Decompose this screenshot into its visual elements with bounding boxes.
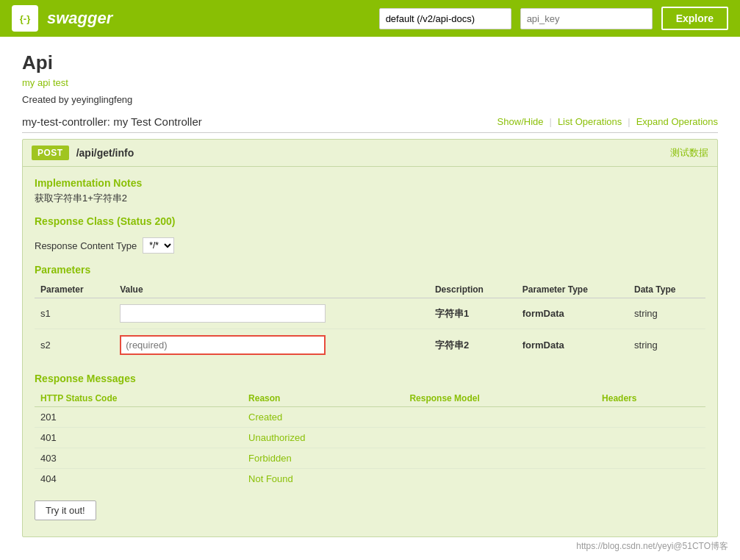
swagger-title: swagger	[47, 9, 112, 28]
api-key-input[interactable]	[520, 8, 653, 29]
response-status-code: 403	[35, 448, 243, 469]
explore-button[interactable]: Explore	[661, 7, 728, 30]
response-model	[403, 428, 596, 448]
content-type-row: Response Content Type */*	[35, 237, 705, 254]
response-reason-link[interactable]: Not Found	[248, 473, 293, 484]
content-type-label: Response Content Type	[35, 240, 137, 251]
implementation-notes-title: Implementation Notes	[35, 177, 705, 189]
endpoint-test-link[interactable]: 测试数据	[670, 146, 708, 159]
col-response-model: Response Model	[403, 390, 596, 407]
response-model	[403, 407, 596, 428]
controller-name: my-test-controller	[22, 115, 107, 128]
col-description: Description	[429, 281, 517, 298]
response-model	[403, 448, 596, 469]
response-headers	[596, 448, 705, 469]
response-status-code: 401	[35, 428, 243, 448]
response-headers	[596, 407, 705, 428]
param-name: s1	[35, 298, 114, 329]
col-reason: Reason	[243, 390, 403, 407]
response-headers	[596, 469, 705, 489]
table-row: 401Unauthorized	[35, 428, 705, 448]
content-type-select[interactable]: */*	[143, 237, 174, 254]
col-value: Value	[114, 281, 429, 298]
list-operations-link[interactable]: List Operations	[558, 116, 622, 127]
controller-actions: Show/Hide | List Operations | Expand Ope…	[497, 116, 718, 127]
implementation-notes-desc: 获取字符串1+字符串2	[35, 192, 705, 205]
expand-operations-link[interactable]: Expand Operations	[636, 116, 718, 127]
endpoint-block: POST /api/get/info 测试数据 Implementation N…	[22, 139, 718, 537]
response-reason-link[interactable]: Unauthorized	[248, 432, 305, 443]
page-subtitle: my api test	[22, 77, 718, 88]
parameters-table: Parameter Value Description Parameter Ty…	[35, 281, 705, 361]
parameters-title: Parameters	[35, 264, 705, 276]
table-row: s1字符串1formDatastring	[35, 298, 705, 329]
show-hide-link[interactable]: Show/Hide	[497, 116, 544, 127]
main-content: Api my api test Created by yeyinglingfen…	[0, 37, 740, 552]
param-name: s2	[35, 329, 114, 362]
table-row: 403Forbidden	[35, 448, 705, 469]
endpoint-path: /api/get/info	[76, 147, 670, 159]
divider-2: |	[628, 116, 630, 127]
param-value-cell	[114, 298, 429, 329]
response-status-code: 201	[35, 407, 243, 428]
api-docs-select[interactable]: default (/v2/api-docs)	[379, 8, 511, 29]
response-reason: Forbidden	[243, 448, 403, 469]
param-parameter-type: formData	[517, 329, 628, 362]
table-row: 404Not Found	[35, 469, 705, 489]
response-reason-link[interactable]: Created	[248, 412, 282, 423]
endpoint-header: POST /api/get/info 测试数据	[23, 140, 717, 167]
param-parameter-type: formData	[517, 298, 628, 329]
params-table-header: Parameter Value Description Parameter Ty…	[35, 281, 705, 298]
try-it-out-button[interactable]: Try it out!	[35, 500, 96, 520]
controller-title: my-test-controller: my Test Controller	[22, 115, 202, 128]
response-headers	[596, 428, 705, 448]
col-data-type: Data Type	[628, 281, 705, 298]
response-table-header: HTTP Status Code Reason Response Model H…	[35, 390, 705, 407]
response-reason-link[interactable]: Forbidden	[248, 453, 292, 464]
col-status-code: HTTP Status Code	[35, 390, 243, 407]
response-model	[403, 469, 596, 489]
swagger-logo-icon: {-}	[12, 5, 38, 32]
controller-description: : my Test Controller	[107, 115, 202, 128]
response-messages-title: Response Messages	[35, 373, 705, 384]
api-docs-select-wrapper[interactable]: default (/v2/api-docs)	[379, 8, 511, 29]
controller-header: my-test-controller: my Test Controller S…	[22, 115, 718, 133]
endpoint-body: Implementation Notes 获取字符串1+字符串2 Respons…	[23, 167, 717, 536]
response-class-title: Response Class (Status 200)	[35, 215, 705, 227]
col-parameter: Parameter	[35, 281, 114, 298]
param-value-cell	[114, 329, 429, 362]
param-input-s1[interactable]	[120, 304, 326, 323]
param-description: 字符串1	[429, 298, 517, 329]
response-reason: Created	[243, 407, 403, 428]
col-headers: Headers	[596, 390, 705, 407]
divider-1: |	[549, 116, 551, 127]
response-status-code: 404	[35, 469, 243, 489]
param-description: 字符串2	[429, 329, 517, 362]
page-created-by: Created by yeyinglingfeng	[22, 94, 718, 105]
method-badge: POST	[32, 146, 69, 160]
col-parameter-type: Parameter Type	[517, 281, 628, 298]
param-data-type: string	[628, 329, 705, 362]
header: {-} swagger default (/v2/api-docs) Explo…	[0, 0, 740, 37]
table-row: 201Created	[35, 407, 705, 428]
footer-watermark: https://blog.csdn.net/yeyi@51CTO博客	[576, 540, 728, 552]
page-title: Api	[22, 51, 718, 74]
response-reason: Unauthorized	[243, 428, 403, 448]
param-input-s2[interactable]	[120, 335, 326, 355]
response-messages-table: HTTP Status Code Reason Response Model H…	[35, 390, 705, 489]
param-data-type: string	[628, 298, 705, 329]
table-row: s2字符串2formDatastring	[35, 329, 705, 362]
response-reason: Not Found	[243, 469, 403, 489]
